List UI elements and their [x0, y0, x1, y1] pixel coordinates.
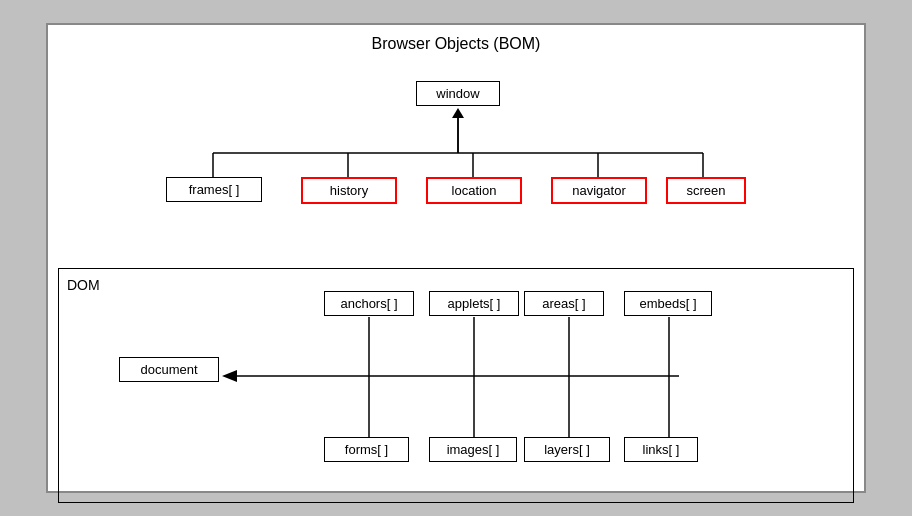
- frames-box: frames[ ]: [166, 177, 262, 202]
- svg-marker-2: [452, 108, 464, 118]
- diagram-container: Browser Objects (BOM) wind: [46, 23, 866, 493]
- svg-marker-10: [222, 370, 237, 382]
- embeds-box: embeds[ ]: [624, 291, 712, 316]
- diagram-title: Browser Objects (BOM): [58, 35, 854, 53]
- forms-box: forms[ ]: [324, 437, 409, 462]
- window-box: window: [416, 81, 500, 106]
- anchors-box: anchors[ ]: [324, 291, 414, 316]
- links-box: links[ ]: [624, 437, 698, 462]
- dom-label: DOM: [67, 277, 100, 293]
- areas-box: areas[ ]: [524, 291, 604, 316]
- document-box: document: [119, 357, 219, 382]
- bom-section: window frames[ ] history location naviga…: [58, 63, 854, 263]
- images-box: images[ ]: [429, 437, 517, 462]
- dom-section: DOM: [58, 268, 854, 503]
- layers-box: layers[ ]: [524, 437, 610, 462]
- applets-box: applets[ ]: [429, 291, 519, 316]
- navigator-box: navigator: [551, 177, 647, 204]
- screen-box: screen: [666, 177, 746, 204]
- history-box: history: [301, 177, 397, 204]
- location-box: location: [426, 177, 522, 204]
